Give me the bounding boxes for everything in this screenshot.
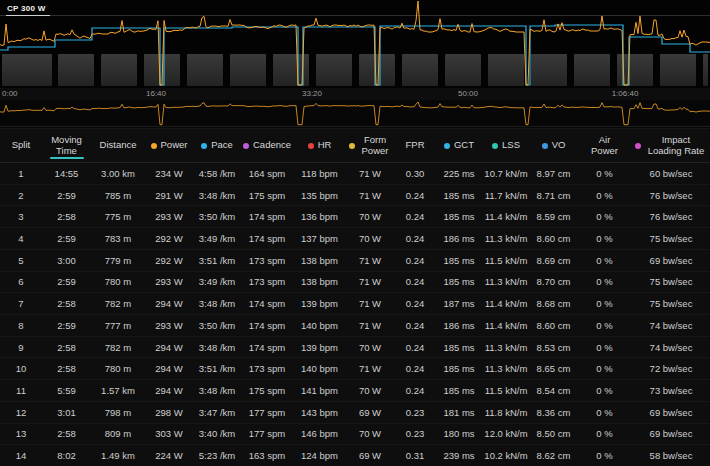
cell-pace: 3:48 /km xyxy=(193,190,241,201)
cell-form-power: 71 W xyxy=(346,190,394,201)
cell-split: 9 xyxy=(0,342,42,353)
table-row[interactable]: 82:59777 m293 W3:50 /km174 spm140 bpm71 … xyxy=(0,315,710,337)
chart-overview-scrubber[interactable] xyxy=(0,100,710,129)
cell-distance: 782 m xyxy=(91,342,145,353)
cell-form-power: 71 W xyxy=(346,320,394,331)
table-row[interactable]: 92:58782 m294 W3:48 /km174 spm139 bpm70 … xyxy=(0,337,710,359)
column-header-air-power[interactable]: Air Power xyxy=(577,129,632,162)
cell-fpr: 0.24 xyxy=(394,190,436,201)
pace-series-dot xyxy=(201,143,207,149)
column-header-power[interactable]: Power xyxy=(145,129,193,162)
cell-pace: 3:47 /km xyxy=(193,407,241,418)
cell-split: 2 xyxy=(0,190,42,201)
column-header-moving-time[interactable]: Moving Time xyxy=(42,129,91,162)
cell-moving-time: 2:58 xyxy=(42,428,91,439)
cell-distance: 1.49 km xyxy=(91,450,145,461)
cell-impact-loading-rate: 69 bw/sec xyxy=(632,428,710,439)
table-row[interactable]: 102:58780 m294 W3:51 /km173 spm140 bpm71… xyxy=(0,358,710,380)
column-label: LSS xyxy=(502,140,520,151)
cell-form-power: 71 W xyxy=(346,255,394,266)
cell-air-power: 0 % xyxy=(577,428,632,439)
time-tick-16-40: 16:40 xyxy=(146,89,166,98)
table-row[interactable]: 42:59783 m292 W3:49 /km174 spm137 bpm70 … xyxy=(0,228,710,250)
column-header-gct[interactable]: GCT xyxy=(436,129,482,162)
cell-fpr: 0.24 xyxy=(394,320,436,331)
cell-gct: 185 ms xyxy=(436,385,482,396)
cell-vo: 8.71 cm xyxy=(530,190,577,201)
cell-gct: 187 ms xyxy=(436,298,482,309)
lap-band xyxy=(230,54,266,86)
column-header-cadence[interactable]: Cadence xyxy=(241,129,293,162)
cell-moving-time: 2:58 xyxy=(42,298,91,309)
cell-moving-time: 2:59 xyxy=(42,190,91,201)
column-header-form-power[interactable]: Form Power xyxy=(346,129,394,162)
cell-power: 293 W xyxy=(145,211,193,222)
cell-air-power: 0 % xyxy=(577,298,632,309)
time-tick-33-20: 33:20 xyxy=(302,89,322,98)
time-tick-1-06-40: 1:06:40 xyxy=(612,89,639,98)
table-row[interactable]: 22:59785 m291 W3:48 /km175 spm135 bpm71 … xyxy=(0,185,710,207)
cell-cadence: 173 spm xyxy=(241,255,293,266)
cell-cadence: 173 spm xyxy=(241,276,293,287)
cell-power: 294 W xyxy=(145,385,193,396)
cell-fpr: 0.24 xyxy=(394,363,436,374)
cell-air-power: 0 % xyxy=(577,385,632,396)
cell-distance: 3.00 km xyxy=(91,168,145,179)
table-row[interactable]: 123:01798 m298 W3:47 /km177 spm143 bpm69… xyxy=(0,402,710,424)
table-row[interactable]: 132:58809 m303 W3:40 /km177 spm146 bpm70… xyxy=(0,424,710,446)
table-row[interactable]: 32:58775 m293 W3:50 /km174 spm136 bpm70 … xyxy=(0,206,710,228)
column-header-fpr[interactable]: FPR xyxy=(394,129,436,162)
column-label: FPR xyxy=(406,140,425,151)
cell-gct: 181 ms xyxy=(436,407,482,418)
cell-hr: 137 bpm xyxy=(293,233,346,244)
column-header-vo[interactable]: VO xyxy=(530,129,577,162)
cell-split: 6 xyxy=(0,276,42,287)
cadence-series-dot xyxy=(243,143,249,149)
cell-air-power: 0 % xyxy=(577,255,632,266)
lap-band xyxy=(703,54,708,86)
splits-table-header: SplitMoving TimeDistancePowerPaceCadence… xyxy=(0,129,710,163)
cell-lss: 11.7 kN/m xyxy=(482,190,530,201)
table-row[interactable]: 114:553.00 km234 W4:58 /km164 spm118 bpm… xyxy=(0,163,710,185)
impact-loading-rate-series-dot xyxy=(635,143,641,149)
power-graph-canvas[interactable] xyxy=(0,0,710,88)
column-header-split[interactable]: Split xyxy=(0,129,42,162)
lap-band xyxy=(660,54,696,86)
cell-impact-loading-rate: 69 bw/sec xyxy=(632,407,710,418)
cell-pace: 4:58 /km xyxy=(193,168,241,179)
column-header-hr[interactable]: HR xyxy=(293,129,346,162)
table-row[interactable]: 115:591.57 km294 W3:48 /km175 spm141 bpm… xyxy=(0,380,710,402)
cell-pace: 3:50 /km xyxy=(193,211,241,222)
column-label: Distance xyxy=(100,140,137,151)
cell-gct: 225 ms xyxy=(436,168,482,179)
column-label: Pace xyxy=(211,140,233,151)
column-header-lss[interactable]: LSS xyxy=(482,129,530,162)
cell-gct: 185 ms xyxy=(436,190,482,201)
column-header-impact-loading-rate[interactable]: Impact Loading Rate xyxy=(632,129,710,162)
time-tick-50-00: 50:00 xyxy=(458,89,478,98)
cell-distance: 775 m xyxy=(91,211,145,222)
cell-fpr: 0.24 xyxy=(394,298,436,309)
cell-power: 298 W xyxy=(145,407,193,418)
cell-lss: 11.4 kN/m xyxy=(482,320,530,331)
column-header-distance[interactable]: Distance xyxy=(91,129,145,162)
cell-form-power: 71 W xyxy=(346,276,394,287)
table-row[interactable]: 148:021.49 km224 W5:23 /km163 spm124 bpm… xyxy=(0,445,710,466)
overview-canvas[interactable] xyxy=(0,100,710,128)
cell-gct: 180 ms xyxy=(436,428,482,439)
column-label: Cadence xyxy=(253,140,291,151)
cell-split: 1 xyxy=(0,168,42,179)
cell-hr: 140 bpm xyxy=(293,320,346,331)
cell-distance: 785 m xyxy=(91,190,145,201)
table-row[interactable]: 53:00779 m292 W3:51 /km173 spm138 bpm71 … xyxy=(0,250,710,272)
cell-vo: 8.60 cm xyxy=(530,233,577,244)
table-row[interactable]: 72:58782 m294 W3:48 /km174 spm139 bpm71 … xyxy=(0,293,710,315)
cell-split: 13 xyxy=(0,428,42,439)
cell-split: 4 xyxy=(0,233,42,244)
cell-cadence: 173 spm xyxy=(241,363,293,374)
cell-pace: 3:48 /km xyxy=(193,342,241,353)
power-graph-panel[interactable]: CP 300 W xyxy=(0,0,710,88)
cell-gct: 239 ms xyxy=(436,450,482,461)
table-row[interactable]: 62:59780 m293 W3:49 /km173 spm138 bpm71 … xyxy=(0,272,710,294)
column-header-pace[interactable]: Pace xyxy=(193,129,241,162)
